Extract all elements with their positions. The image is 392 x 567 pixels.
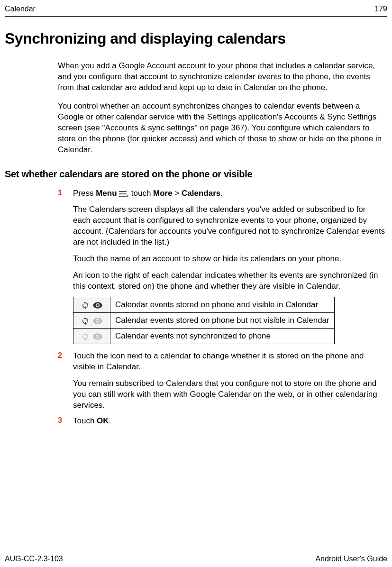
icon-desc: Calendar events not synchronized to phon… <box>110 329 335 344</box>
step-number: 2 <box>58 351 73 411</box>
page-title: Synchronizing and displaying calendars <box>5 30 387 47</box>
table-row: Calendar events stored on phone and visi… <box>73 297 335 313</box>
step-3: 3 Touch OK. <box>58 416 385 427</box>
step-content: Press Menu , touch More > Calendars. The… <box>73 188 385 293</box>
step-2: 2 Touch the icon next to a calendar to c… <box>58 351 385 411</box>
page-header: Calendar 179 <box>5 5 387 17</box>
sync-icon-dim <box>81 332 90 341</box>
header-section: Calendar <box>5 5 36 13</box>
step-number: 1 <box>58 188 73 293</box>
step-number: 3 <box>58 416 73 427</box>
step-content: Touch OK. <box>73 416 385 427</box>
menu-icon <box>119 191 127 197</box>
icon-notsync <box>73 329 110 344</box>
sync-icon <box>81 317 90 325</box>
step-2-p1: Touch the icon next to a calendar to cha… <box>73 351 385 373</box>
footer-doc-id: AUG-CC-2.3-103 <box>5 555 63 563</box>
page-footer: AUG-CC-2.3-103 Android User's Guide <box>5 552 387 563</box>
step-content: Touch the icon next to a calendar to cha… <box>73 351 385 411</box>
icon-sync-notvisible <box>73 313 110 329</box>
table-row: Calendar events not synchronized to phon… <box>73 329 335 344</box>
intro-paragraph-1: When you add a Google Account account to… <box>58 61 385 93</box>
table-row: Calendar events stored on phone but not … <box>73 313 335 329</box>
eye-icon-dim <box>93 333 102 340</box>
step-1: 1 Press Menu , touch More > Calendars. T… <box>58 188 385 293</box>
subheading: Set whether calendars are stored on the … <box>5 169 387 180</box>
eye-icon-dim <box>93 318 102 324</box>
step-1-p3: Touch the name of an account to show or … <box>73 254 385 265</box>
eye-icon <box>93 302 102 309</box>
step-1-p2: The Calendars screen displays all the ca… <box>73 204 385 248</box>
step-1-p4: An icon to the right of each calendar in… <box>73 270 385 292</box>
icon-legend-table: Calendar events stored on phone and visi… <box>73 297 335 344</box>
icon-desc: Calendar events stored on phone but not … <box>110 313 335 329</box>
icon-sync-visible <box>73 297 110 313</box>
step-2-p2: You remain subscribed to Calendars that … <box>73 378 385 411</box>
icon-desc: Calendar events stored on phone and visi… <box>110 297 335 313</box>
page-number: 179 <box>374 5 387 13</box>
footer-guide-name: Android User's Guide <box>315 555 387 563</box>
step-1-line-1: Press Menu , touch More > Calendars. <box>73 188 385 199</box>
intro-paragraph-2: You control whether an account synchroni… <box>58 101 385 155</box>
sync-icon <box>81 301 90 310</box>
step-3-line: Touch OK. <box>73 416 385 427</box>
